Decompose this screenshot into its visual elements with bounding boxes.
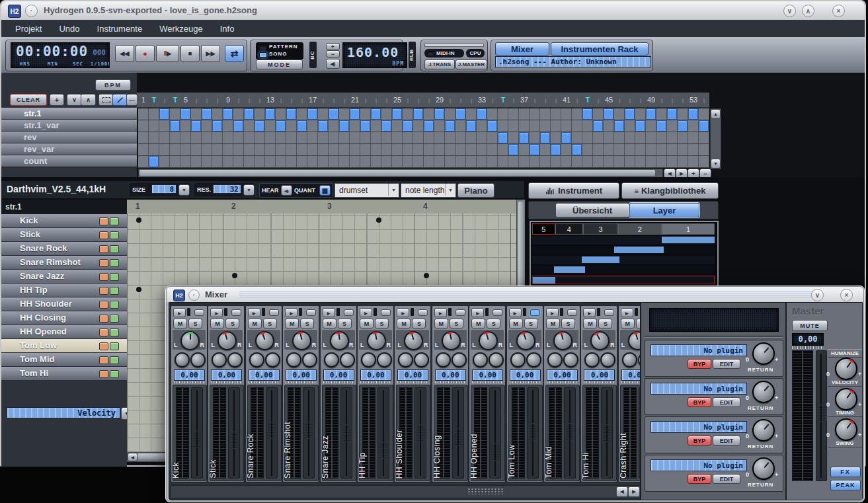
song-cell[interactable] <box>223 108 233 120</box>
song-cell[interactable] <box>614 144 625 156</box>
mixer-shade-window-icon[interactable]: ∨ <box>811 289 824 301</box>
song-cell[interactable] <box>667 120 678 132</box>
instrument-row-hh-tip[interactable]: HH Tip <box>1 284 127 297</box>
fx1-send-knob[interactable] <box>547 352 563 368</box>
song-cell[interactable] <box>561 120 572 132</box>
song-cell[interactable] <box>360 156 371 168</box>
song-cell[interactable] <box>572 144 582 156</box>
song-cell[interactable] <box>625 120 635 132</box>
song-timeline-ruler[interactable]: 1T|T5|||9|||13|||17|||21|||25|||29|||33|… <box>137 93 709 108</box>
song-cell[interactable] <box>614 132 625 144</box>
song-cell[interactable] <box>582 156 593 168</box>
play-pause-button[interactable]: ‖▶ <box>156 45 179 62</box>
song-cell[interactable] <box>191 108 202 120</box>
strip-play-button[interactable]: ▶ <box>434 308 447 317</box>
song-cell[interactable] <box>381 108 392 120</box>
strip-mute-button[interactable]: M <box>434 319 448 329</box>
strip-play-button[interactable]: ▶ <box>173 308 186 317</box>
song-cell[interactable] <box>392 120 403 132</box>
add-pattern-button[interactable]: + <box>50 94 64 106</box>
pattern-mode-led[interactable] <box>259 45 267 50</box>
song-cell[interactable] <box>455 120 466 132</box>
fx-edit-button[interactable]: EDIT <box>713 397 740 407</box>
song-cell[interactable] <box>466 108 477 120</box>
song-cell[interactable] <box>223 120 233 132</box>
ruler-bar-32[interactable]: | <box>466 93 477 108</box>
strip-fader-handle[interactable] <box>342 424 352 442</box>
open-instrument-rack-button[interactable]: Instrumenten Rack <box>551 42 649 56</box>
song-cell[interactable] <box>561 144 572 156</box>
song-cell[interactable] <box>530 156 540 168</box>
song-cell[interactable] <box>233 108 244 120</box>
strip-fader[interactable] <box>266 387 278 479</box>
ruler-bar-28[interactable]: | <box>424 93 434 108</box>
song-cell[interactable] <box>625 144 635 156</box>
song-cell[interactable] <box>688 108 699 120</box>
song-cell[interactable] <box>191 144 202 156</box>
strip-fader[interactable] <box>414 387 426 479</box>
pattern-list-item-rev_var[interactable]: rev_var <box>1 143 137 155</box>
mixer-title-bar[interactable]: H2 · Mixer ∨ × <box>167 287 863 302</box>
fx-bypass-button[interactable]: BYP <box>688 359 711 369</box>
fx2-send-knob[interactable] <box>190 352 206 368</box>
strip-mute-button[interactable]: M <box>546 319 560 329</box>
instrument-mute-led[interactable] <box>99 315 108 323</box>
pattern-list-item-str.1[interactable]: str.1 <box>1 108 137 120</box>
fx1-send-knob[interactable] <box>622 352 637 368</box>
song-cell[interactable] <box>286 132 297 144</box>
strip-mute-button[interactable]: M <box>583 319 597 329</box>
song-cell[interactable] <box>350 132 360 144</box>
instrument-mute-led[interactable] <box>99 231 108 239</box>
fx-edit-button[interactable]: EDIT <box>713 474 740 484</box>
ruler-bar-2[interactable]: T <box>149 93 159 108</box>
song-cell[interactable] <box>699 144 709 156</box>
strip-solo-button[interactable]: S <box>338 319 352 329</box>
strip-fader-handle[interactable] <box>229 432 239 449</box>
ruler-bar-40[interactable]: | <box>551 93 561 108</box>
song-cell[interactable] <box>371 132 381 144</box>
song-cell[interactable] <box>339 108 350 120</box>
song-cell[interactable] <box>445 132 455 144</box>
song-cell[interactable] <box>339 156 350 168</box>
song-cell[interactable] <box>434 144 445 156</box>
song-cell[interactable] <box>413 120 424 132</box>
strip-play-button[interactable]: ▶ <box>248 308 260 317</box>
song-cell[interactable] <box>138 132 149 144</box>
ruler-bar-8[interactable]: | <box>212 93 223 108</box>
song-cell[interactable] <box>498 120 508 132</box>
song-cell[interactable] <box>413 132 424 144</box>
fx1-send-knob[interactable] <box>398 352 413 368</box>
song-cell[interactable] <box>699 108 709 120</box>
ruler-bar-3[interactable]: | <box>159 93 170 108</box>
tab-layer[interactable]: Layer <box>629 203 699 217</box>
strip-solo-button[interactable]: S <box>300 319 314 329</box>
song-cell[interactable] <box>403 144 413 156</box>
ruler-bar-11[interactable]: | <box>244 93 255 108</box>
strip-solo-button[interactable]: S <box>225 319 239 329</box>
master-knob-velocity[interactable] <box>835 358 857 380</box>
song-cell[interactable] <box>530 132 540 144</box>
song-cell[interactable] <box>138 120 149 132</box>
note-dot[interactable] <box>376 217 381 223</box>
song-cell[interactable] <box>371 108 381 120</box>
song-cell[interactable] <box>371 120 381 132</box>
ruler-bar-44[interactable]: | <box>593 93 604 108</box>
song-mode-led[interactable] <box>259 52 267 58</box>
song-cell[interactable] <box>699 120 709 132</box>
song-cell[interactable] <box>233 132 244 144</box>
draw-mode-button[interactable] <box>112 94 128 106</box>
song-cell[interactable] <box>604 144 614 156</box>
instrument-solo-led[interactable] <box>110 273 119 281</box>
mixer-close-window-icon[interactable]: × <box>840 289 853 301</box>
ruler-bar-15[interactable]: | <box>286 93 297 108</box>
song-cell[interactable] <box>656 132 667 144</box>
song-cell[interactable] <box>466 144 477 156</box>
ruler-bar-48[interactable]: | <box>635 93 646 108</box>
song-cell[interactable] <box>329 156 339 168</box>
mixer-scroll-right-icon[interactable]: ▶ <box>628 486 640 497</box>
song-cell[interactable] <box>371 144 381 156</box>
strip-fader[interactable] <box>601 387 613 479</box>
strip-fader[interactable] <box>377 387 389 479</box>
song-cell[interactable] <box>265 144 276 156</box>
fx2-send-knob[interactable] <box>414 352 429 368</box>
